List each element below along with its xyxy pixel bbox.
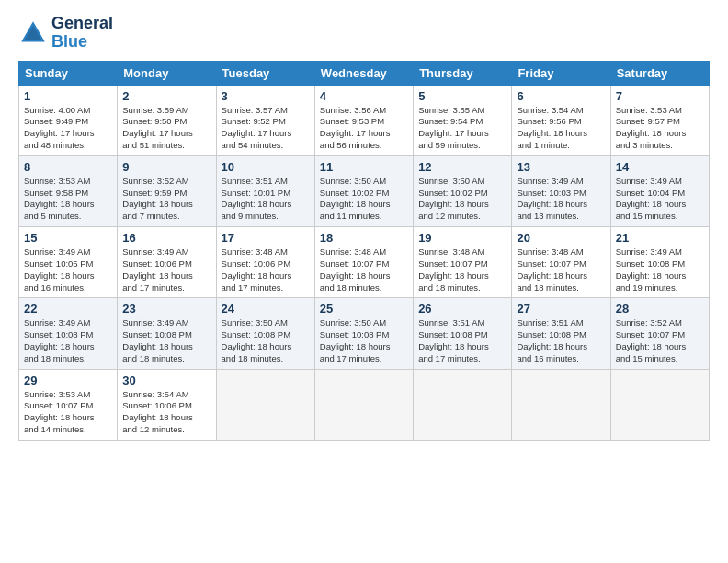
day-number: 24: [222, 302, 310, 316]
calendar-cell: 29Sunrise: 3:53 AM Sunset: 10:07 PM Dayl…: [19, 369, 118, 440]
day-info: Sunrise: 4:00 AM Sunset: 9:49 PM Dayligh…: [24, 105, 112, 152]
calendar-cell: 9Sunrise: 3:52 AM Sunset: 9:59 PM Daylig…: [118, 155, 216, 226]
logo-text: General Blue: [51, 15, 113, 52]
calendar-cell: 6Sunrise: 3:54 AM Sunset: 9:56 PM Daylig…: [512, 85, 610, 155]
calendar-cell: 23Sunrise: 3:49 AM Sunset: 10:08 PM Dayl…: [118, 298, 216, 369]
weekday-header-tuesday: Tuesday: [216, 61, 314, 85]
day-number: 2: [122, 89, 210, 103]
calendar-cell: 1Sunrise: 4:00 AM Sunset: 9:49 PM Daylig…: [19, 85, 118, 155]
calendar-cell: 15Sunrise: 3:49 AM Sunset: 10:05 PM Dayl…: [19, 227, 118, 298]
weekday-header-sunday: Sunday: [19, 61, 118, 85]
day-info: Sunrise: 3:57 AM Sunset: 9:52 PM Dayligh…: [222, 105, 310, 152]
day-info: Sunrise: 3:55 AM Sunset: 9:54 PM Dayligh…: [418, 105, 506, 152]
calendar-cell: 17Sunrise: 3:48 AM Sunset: 10:06 PM Dayl…: [216, 227, 314, 298]
calendar-cell: [216, 369, 314, 440]
calendar-cell: [512, 369, 610, 440]
day-number: 28: [616, 302, 704, 316]
week-row-3: 15Sunrise: 3:49 AM Sunset: 10:05 PM Dayl…: [19, 227, 710, 298]
day-number: 23: [122, 302, 210, 316]
day-info: Sunrise: 3:54 AM Sunset: 10:06 PM Daylig…: [122, 389, 210, 436]
day-info: Sunrise: 3:49 AM Sunset: 10:06 PM Daylig…: [122, 247, 210, 293]
day-number: 9: [122, 160, 210, 174]
calendar-cell: [414, 369, 512, 440]
day-info: Sunrise: 3:53 AM Sunset: 9:57 PM Dayligh…: [616, 105, 704, 152]
calendar-cell: 8Sunrise: 3:53 AM Sunset: 9:58 PM Daylig…: [19, 155, 118, 226]
day-number: 22: [24, 302, 112, 316]
day-info: Sunrise: 3:48 AM Sunset: 10:06 PM Daylig…: [222, 247, 310, 293]
day-info: Sunrise: 3:53 AM Sunset: 10:07 PM Daylig…: [24, 389, 112, 436]
calendar-cell: 12Sunrise: 3:50 AM Sunset: 10:02 PM Dayl…: [414, 155, 512, 226]
day-number: 1: [24, 89, 112, 103]
day-info: Sunrise: 3:48 AM Sunset: 10:07 PM Daylig…: [517, 247, 605, 293]
day-number: 19: [418, 231, 506, 245]
calendar-table: SundayMondayTuesdayWednesdayThursdayFrid…: [18, 61, 710, 441]
day-info: Sunrise: 3:53 AM Sunset: 9:58 PM Dayligh…: [24, 176, 112, 223]
day-info: Sunrise: 3:52 AM Sunset: 10:07 PM Daylig…: [616, 317, 704, 364]
logo: General Blue: [18, 15, 113, 52]
day-number: 25: [320, 302, 408, 316]
calendar-cell: [610, 369, 709, 440]
day-number: 11: [320, 160, 408, 174]
week-row-1: 1Sunrise: 4:00 AM Sunset: 9:49 PM Daylig…: [19, 85, 710, 155]
day-info: Sunrise: 3:48 AM Sunset: 10:07 PM Daylig…: [418, 247, 506, 293]
day-info: Sunrise: 3:54 AM Sunset: 9:56 PM Dayligh…: [517, 105, 605, 152]
day-info: Sunrise: 3:50 AM Sunset: 10:02 PM Daylig…: [320, 176, 408, 223]
day-number: 26: [418, 302, 506, 316]
weekday-header-friday: Friday: [512, 61, 610, 85]
day-number: 4: [320, 89, 408, 103]
day-number: 29: [24, 373, 112, 387]
day-info: Sunrise: 3:51 AM Sunset: 10:01 PM Daylig…: [222, 176, 310, 223]
calendar-cell: 14Sunrise: 3:49 AM Sunset: 10:04 PM Dayl…: [610, 155, 709, 226]
calendar-cell: 7Sunrise: 3:53 AM Sunset: 9:57 PM Daylig…: [610, 85, 709, 155]
day-info: Sunrise: 3:49 AM Sunset: 10:08 PM Daylig…: [24, 317, 112, 364]
calendar-cell: 20Sunrise: 3:48 AM Sunset: 10:07 PM Dayl…: [512, 227, 610, 298]
weekday-header-saturday: Saturday: [610, 61, 709, 85]
calendar-cell: 22Sunrise: 3:49 AM Sunset: 10:08 PM Dayl…: [19, 298, 118, 369]
day-info: Sunrise: 3:49 AM Sunset: 10:03 PM Daylig…: [517, 176, 605, 223]
calendar-cell: 19Sunrise: 3:48 AM Sunset: 10:07 PM Dayl…: [414, 227, 512, 298]
day-info: Sunrise: 3:49 AM Sunset: 10:04 PM Daylig…: [616, 176, 704, 223]
calendar-cell: 21Sunrise: 3:49 AM Sunset: 10:08 PM Dayl…: [610, 227, 709, 298]
weekday-header-thursday: Thursday: [414, 61, 512, 85]
day-number: 15: [24, 231, 112, 245]
week-row-4: 22Sunrise: 3:49 AM Sunset: 10:08 PM Dayl…: [19, 298, 710, 369]
day-info: Sunrise: 3:51 AM Sunset: 10:08 PM Daylig…: [517, 317, 605, 364]
calendar-cell: 27Sunrise: 3:51 AM Sunset: 10:08 PM Dayl…: [512, 298, 610, 369]
day-info: Sunrise: 3:50 AM Sunset: 10:08 PM Daylig…: [320, 317, 408, 364]
day-info: Sunrise: 3:52 AM Sunset: 9:59 PM Dayligh…: [122, 176, 210, 223]
day-number: 18: [320, 231, 408, 245]
day-info: Sunrise: 3:50 AM Sunset: 10:08 PM Daylig…: [222, 317, 310, 364]
day-number: 30: [122, 373, 210, 387]
day-number: 27: [517, 302, 605, 316]
calendar-cell: 10Sunrise: 3:51 AM Sunset: 10:01 PM Dayl…: [216, 155, 314, 226]
calendar-cell: 30Sunrise: 3:54 AM Sunset: 10:06 PM Dayl…: [118, 369, 216, 440]
day-number: 12: [418, 160, 506, 174]
weekday-header-monday: Monday: [118, 61, 216, 85]
day-info: Sunrise: 3:50 AM Sunset: 10:02 PM Daylig…: [418, 176, 506, 223]
logo-icon: [18, 18, 48, 48]
day-number: 14: [616, 160, 704, 174]
day-number: 7: [616, 89, 704, 103]
weekday-header-row: SundayMondayTuesdayWednesdayThursdayFrid…: [19, 61, 710, 85]
day-number: 5: [418, 89, 506, 103]
day-info: Sunrise: 3:48 AM Sunset: 10:07 PM Daylig…: [320, 247, 408, 293]
day-info: Sunrise: 3:49 AM Sunset: 10:05 PM Daylig…: [24, 247, 112, 293]
day-number: 20: [517, 231, 605, 245]
calendar-cell: 4Sunrise: 3:56 AM Sunset: 9:53 PM Daylig…: [314, 85, 413, 155]
day-number: 10: [222, 160, 310, 174]
calendar-cell: 25Sunrise: 3:50 AM Sunset: 10:08 PM Dayl…: [314, 298, 413, 369]
page: General Blue SundayMondayTuesdayWednesda…: [0, 0, 728, 563]
calendar-cell: [314, 369, 413, 440]
week-row-5: 29Sunrise: 3:53 AM Sunset: 10:07 PM Dayl…: [19, 369, 710, 440]
day-info: Sunrise: 3:49 AM Sunset: 10:08 PM Daylig…: [616, 247, 704, 293]
calendar-cell: 3Sunrise: 3:57 AM Sunset: 9:52 PM Daylig…: [216, 85, 314, 155]
header: General Blue: [18, 15, 710, 52]
calendar-cell: 28Sunrise: 3:52 AM Sunset: 10:07 PM Dayl…: [610, 298, 709, 369]
day-number: 13: [517, 160, 605, 174]
weekday-header-wednesday: Wednesday: [314, 61, 413, 85]
day-number: 21: [616, 231, 704, 245]
calendar-cell: 11Sunrise: 3:50 AM Sunset: 10:02 PM Dayl…: [314, 155, 413, 226]
day-info: Sunrise: 3:49 AM Sunset: 10:08 PM Daylig…: [122, 317, 210, 364]
calendar-cell: 2Sunrise: 3:59 AM Sunset: 9:50 PM Daylig…: [118, 85, 216, 155]
calendar-cell: 24Sunrise: 3:50 AM Sunset: 10:08 PM Dayl…: [216, 298, 314, 369]
